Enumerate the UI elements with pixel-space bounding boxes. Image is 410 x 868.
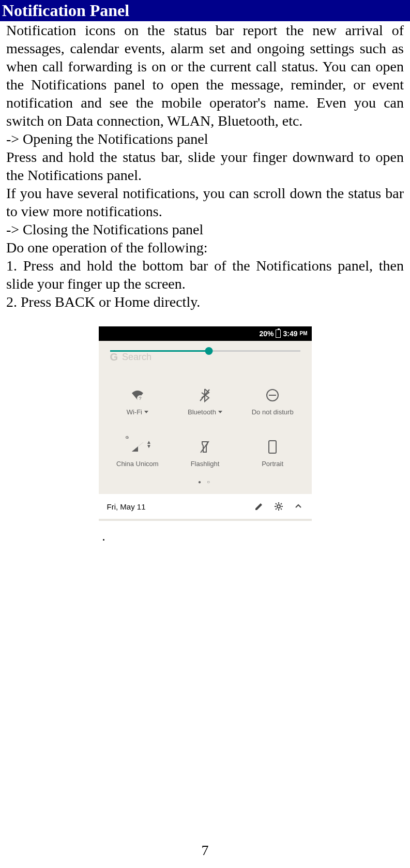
dnd-icon [265, 387, 280, 403]
search-placeholder: Search [122, 352, 151, 363]
clock-ampm: PM [300, 331, 308, 336]
network-g-badge: G [126, 435, 129, 440]
quick-settings-grid: ? Wi-Fi Bluetooth Do not disturb [99, 362, 312, 473]
para-close-1: 1. Press and hold the bottom bar of the … [6, 257, 404, 293]
qs-label-portrait: Portrait [262, 460, 283, 468]
qs-tile-flashlight[interactable]: Flashlight [171, 439, 239, 468]
qs-label-cellular: China Unicom [116, 460, 159, 468]
qs-label-dnd: Do not disturb [252, 408, 294, 416]
caret-down-icon [218, 411, 222, 413]
qs-label-wifi: Wi-Fi [127, 408, 148, 416]
data-arrows-icon: ▲▼ [146, 440, 151, 448]
qs-tile-dnd[interactable]: Do not disturb [239, 387, 307, 416]
section-title: Notification Panel [0, 1, 129, 20]
qs-label-flashlight: Flashlight [191, 460, 220, 468]
phone-screenshot: 20% 3:49 PM G Search ? Wi-Fi [99, 326, 312, 545]
edit-icon[interactable] [254, 501, 264, 512]
notification-area [99, 519, 312, 545]
page-number: 7 [0, 842, 410, 859]
collapse-chevron-icon[interactable] [293, 501, 303, 512]
battery-percent: 20% [259, 330, 274, 338]
page-indicator-dots: ● ○ [99, 473, 312, 494]
para-open-1: Press and hold the status bar, slide you… [6, 148, 404, 184]
svg-rect-6 [269, 441, 276, 453]
portrait-icon [265, 439, 280, 455]
svg-point-7 [277, 505, 280, 508]
svg-line-13 [281, 508, 282, 510]
brightness-thumb[interactable] [205, 347, 212, 355]
body-text-block: Notification icons on the status bar rep… [6, 21, 404, 311]
qs-tile-portrait[interactable]: Portrait [239, 439, 307, 468]
flashlight-off-icon [197, 439, 212, 455]
section-title-bar: Notification Panel [0, 0, 410, 21]
caret-down-icon [144, 411, 148, 413]
wifi-icon: ? [130, 387, 145, 403]
qs-tile-wifi[interactable]: ? Wi-Fi [104, 387, 172, 416]
settings-gear-icon[interactable] [274, 501, 284, 512]
svg-text:?: ? [139, 396, 141, 401]
subheading-open: -> Opening the Notifications panel [6, 130, 404, 148]
svg-line-15 [281, 503, 282, 504]
notification-date-row: Fri, May 11 [99, 494, 312, 519]
date-text: Fri, May 11 [107, 502, 245, 511]
intro-paragraph: Notification icons on the status bar rep… [6, 21, 404, 130]
subheading-close: -> Closing the Notifications panel [6, 220, 404, 238]
svg-line-12 [276, 503, 277, 504]
status-bar: 20% 3:49 PM [99, 326, 312, 341]
svg-line-14 [276, 508, 277, 510]
qs-tile-bluetooth[interactable]: Bluetooth [171, 387, 239, 416]
clock-time: 3:49 [283, 330, 297, 338]
signal-icon: G ▲▼ [130, 439, 145, 455]
google-g-icon: G [110, 351, 118, 363]
bluetooth-off-icon [197, 387, 212, 403]
small-dot [103, 539, 104, 541]
qs-label-bluetooth: Bluetooth [188, 408, 222, 416]
para-open-2: If you have several notifications, you c… [6, 184, 404, 220]
para-close-2: 2. Press BACK or Home directly. [6, 293, 404, 311]
para-close-intro: Do one operation of the following: [6, 238, 404, 257]
battery-icon [276, 330, 281, 338]
background-search-hint: G Search [110, 351, 152, 363]
qs-tile-cellular[interactable]: G ▲▼ China Unicom [104, 439, 172, 468]
